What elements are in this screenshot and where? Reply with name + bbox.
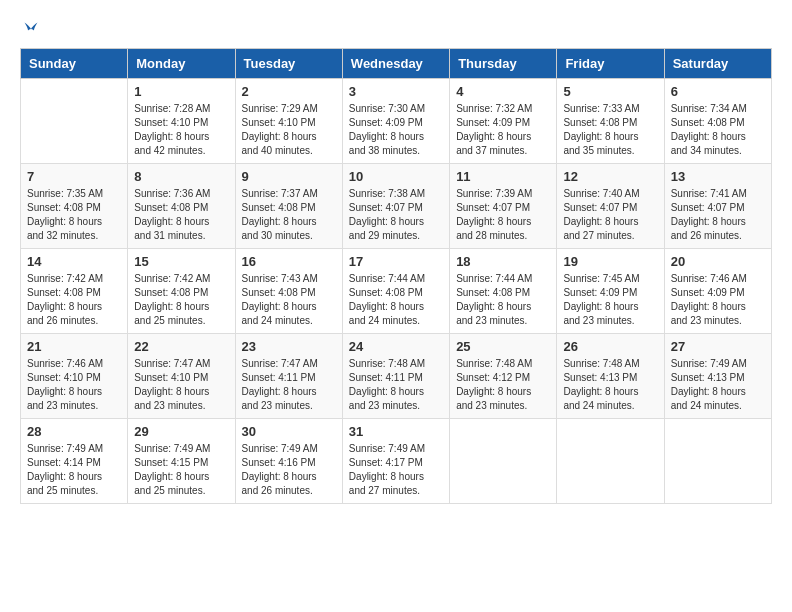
day-info: Sunrise: 7:33 AM Sunset: 4:08 PM Dayligh…	[563, 102, 657, 158]
calendar-cell: 25Sunrise: 7:48 AM Sunset: 4:12 PM Dayli…	[450, 334, 557, 419]
calendar-cell	[664, 419, 771, 504]
calendar-cell: 9Sunrise: 7:37 AM Sunset: 4:08 PM Daylig…	[235, 164, 342, 249]
day-number: 18	[456, 254, 550, 269]
day-info: Sunrise: 7:46 AM Sunset: 4:10 PM Dayligh…	[27, 357, 121, 413]
calendar-cell: 31Sunrise: 7:49 AM Sunset: 4:17 PM Dayli…	[342, 419, 449, 504]
calendar-cell: 18Sunrise: 7:44 AM Sunset: 4:08 PM Dayli…	[450, 249, 557, 334]
day-number: 30	[242, 424, 336, 439]
calendar-cell: 4Sunrise: 7:32 AM Sunset: 4:09 PM Daylig…	[450, 79, 557, 164]
day-info: Sunrise: 7:43 AM Sunset: 4:08 PM Dayligh…	[242, 272, 336, 328]
calendar-cell: 11Sunrise: 7:39 AM Sunset: 4:07 PM Dayli…	[450, 164, 557, 249]
day-info: Sunrise: 7:36 AM Sunset: 4:08 PM Dayligh…	[134, 187, 228, 243]
calendar-cell: 19Sunrise: 7:45 AM Sunset: 4:09 PM Dayli…	[557, 249, 664, 334]
weekday-header-saturday: Saturday	[664, 49, 771, 79]
calendar-week-row: 1Sunrise: 7:28 AM Sunset: 4:10 PM Daylig…	[21, 79, 772, 164]
day-number: 5	[563, 84, 657, 99]
day-info: Sunrise: 7:41 AM Sunset: 4:07 PM Dayligh…	[671, 187, 765, 243]
weekday-header-sunday: Sunday	[21, 49, 128, 79]
day-info: Sunrise: 7:42 AM Sunset: 4:08 PM Dayligh…	[134, 272, 228, 328]
day-number: 19	[563, 254, 657, 269]
calendar-week-row: 7Sunrise: 7:35 AM Sunset: 4:08 PM Daylig…	[21, 164, 772, 249]
day-number: 21	[27, 339, 121, 354]
page-header	[20, 20, 772, 38]
day-info: Sunrise: 7:42 AM Sunset: 4:08 PM Dayligh…	[27, 272, 121, 328]
day-number: 31	[349, 424, 443, 439]
calendar-week-row: 14Sunrise: 7:42 AM Sunset: 4:08 PM Dayli…	[21, 249, 772, 334]
weekday-header-thursday: Thursday	[450, 49, 557, 79]
calendar-cell: 5Sunrise: 7:33 AM Sunset: 4:08 PM Daylig…	[557, 79, 664, 164]
day-info: Sunrise: 7:39 AM Sunset: 4:07 PM Dayligh…	[456, 187, 550, 243]
weekday-header-tuesday: Tuesday	[235, 49, 342, 79]
calendar-cell: 8Sunrise: 7:36 AM Sunset: 4:08 PM Daylig…	[128, 164, 235, 249]
day-number: 22	[134, 339, 228, 354]
day-number: 13	[671, 169, 765, 184]
day-number: 3	[349, 84, 443, 99]
day-number: 23	[242, 339, 336, 354]
day-number: 9	[242, 169, 336, 184]
calendar-cell	[557, 419, 664, 504]
day-info: Sunrise: 7:35 AM Sunset: 4:08 PM Dayligh…	[27, 187, 121, 243]
day-info: Sunrise: 7:46 AM Sunset: 4:09 PM Dayligh…	[671, 272, 765, 328]
calendar-cell: 28Sunrise: 7:49 AM Sunset: 4:14 PM Dayli…	[21, 419, 128, 504]
day-info: Sunrise: 7:30 AM Sunset: 4:09 PM Dayligh…	[349, 102, 443, 158]
day-number: 10	[349, 169, 443, 184]
day-number: 11	[456, 169, 550, 184]
day-number: 4	[456, 84, 550, 99]
weekday-header-row: SundayMondayTuesdayWednesdayThursdayFrid…	[21, 49, 772, 79]
day-info: Sunrise: 7:37 AM Sunset: 4:08 PM Dayligh…	[242, 187, 336, 243]
day-number: 16	[242, 254, 336, 269]
day-number: 1	[134, 84, 228, 99]
calendar-cell: 20Sunrise: 7:46 AM Sunset: 4:09 PM Dayli…	[664, 249, 771, 334]
weekday-header-friday: Friday	[557, 49, 664, 79]
calendar-table: SundayMondayTuesdayWednesdayThursdayFrid…	[20, 48, 772, 504]
calendar-cell: 21Sunrise: 7:46 AM Sunset: 4:10 PM Dayli…	[21, 334, 128, 419]
calendar-cell: 10Sunrise: 7:38 AM Sunset: 4:07 PM Dayli…	[342, 164, 449, 249]
calendar-week-row: 28Sunrise: 7:49 AM Sunset: 4:14 PM Dayli…	[21, 419, 772, 504]
calendar-week-row: 21Sunrise: 7:46 AM Sunset: 4:10 PM Dayli…	[21, 334, 772, 419]
day-number: 25	[456, 339, 550, 354]
calendar-cell: 29Sunrise: 7:49 AM Sunset: 4:15 PM Dayli…	[128, 419, 235, 504]
calendar-cell	[450, 419, 557, 504]
calendar-cell: 2Sunrise: 7:29 AM Sunset: 4:10 PM Daylig…	[235, 79, 342, 164]
day-info: Sunrise: 7:47 AM Sunset: 4:10 PM Dayligh…	[134, 357, 228, 413]
day-number: 17	[349, 254, 443, 269]
calendar-cell: 26Sunrise: 7:48 AM Sunset: 4:13 PM Dayli…	[557, 334, 664, 419]
day-number: 29	[134, 424, 228, 439]
calendar-cell	[21, 79, 128, 164]
calendar-cell: 27Sunrise: 7:49 AM Sunset: 4:13 PM Dayli…	[664, 334, 771, 419]
weekday-header-monday: Monday	[128, 49, 235, 79]
logo-bird-icon	[22, 20, 40, 38]
calendar-cell: 12Sunrise: 7:40 AM Sunset: 4:07 PM Dayli…	[557, 164, 664, 249]
day-number: 14	[27, 254, 121, 269]
calendar-cell: 23Sunrise: 7:47 AM Sunset: 4:11 PM Dayli…	[235, 334, 342, 419]
day-info: Sunrise: 7:44 AM Sunset: 4:08 PM Dayligh…	[456, 272, 550, 328]
calendar-cell: 15Sunrise: 7:42 AM Sunset: 4:08 PM Dayli…	[128, 249, 235, 334]
day-info: Sunrise: 7:48 AM Sunset: 4:12 PM Dayligh…	[456, 357, 550, 413]
calendar-cell: 3Sunrise: 7:30 AM Sunset: 4:09 PM Daylig…	[342, 79, 449, 164]
day-info: Sunrise: 7:34 AM Sunset: 4:08 PM Dayligh…	[671, 102, 765, 158]
logo	[20, 20, 40, 38]
day-info: Sunrise: 7:49 AM Sunset: 4:15 PM Dayligh…	[134, 442, 228, 498]
day-number: 15	[134, 254, 228, 269]
calendar-cell: 6Sunrise: 7:34 AM Sunset: 4:08 PM Daylig…	[664, 79, 771, 164]
day-info: Sunrise: 7:29 AM Sunset: 4:10 PM Dayligh…	[242, 102, 336, 158]
weekday-header-wednesday: Wednesday	[342, 49, 449, 79]
calendar-cell: 1Sunrise: 7:28 AM Sunset: 4:10 PM Daylig…	[128, 79, 235, 164]
calendar-cell: 24Sunrise: 7:48 AM Sunset: 4:11 PM Dayli…	[342, 334, 449, 419]
day-info: Sunrise: 7:45 AM Sunset: 4:09 PM Dayligh…	[563, 272, 657, 328]
day-number: 26	[563, 339, 657, 354]
day-number: 8	[134, 169, 228, 184]
day-number: 2	[242, 84, 336, 99]
day-number: 12	[563, 169, 657, 184]
day-number: 24	[349, 339, 443, 354]
calendar-cell: 16Sunrise: 7:43 AM Sunset: 4:08 PM Dayli…	[235, 249, 342, 334]
calendar-cell: 30Sunrise: 7:49 AM Sunset: 4:16 PM Dayli…	[235, 419, 342, 504]
day-number: 28	[27, 424, 121, 439]
day-number: 20	[671, 254, 765, 269]
day-info: Sunrise: 7:49 AM Sunset: 4:14 PM Dayligh…	[27, 442, 121, 498]
calendar-cell: 14Sunrise: 7:42 AM Sunset: 4:08 PM Dayli…	[21, 249, 128, 334]
day-info: Sunrise: 7:49 AM Sunset: 4:16 PM Dayligh…	[242, 442, 336, 498]
day-info: Sunrise: 7:38 AM Sunset: 4:07 PM Dayligh…	[349, 187, 443, 243]
day-number: 7	[27, 169, 121, 184]
day-info: Sunrise: 7:47 AM Sunset: 4:11 PM Dayligh…	[242, 357, 336, 413]
